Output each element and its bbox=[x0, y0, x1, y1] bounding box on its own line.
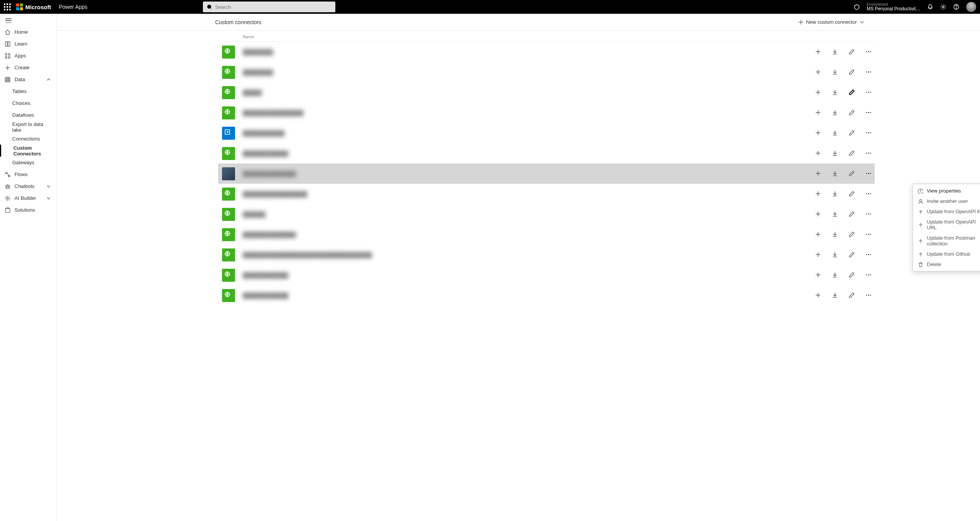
sidebar-item-tables[interactable]: Tables bbox=[0, 85, 56, 97]
connector-name[interactable]: ██████ bbox=[243, 211, 815, 217]
sidebar-item-choices[interactable]: Choices bbox=[0, 97, 56, 109]
connector-name[interactable]: ████████████ bbox=[243, 150, 815, 157]
add-button[interactable] bbox=[815, 170, 822, 177]
column-header-name[interactable]: Name bbox=[218, 31, 875, 42]
connector-row[interactable]: ███████████ bbox=[218, 123, 875, 143]
add-button[interactable] bbox=[815, 272, 822, 279]
download-button[interactable] bbox=[832, 252, 839, 258]
connector-name[interactable]: █████████████████ bbox=[243, 191, 815, 197]
more-button[interactable] bbox=[866, 231, 872, 238]
connector-name[interactable]: ████████████ bbox=[243, 292, 815, 299]
search-box[interactable] bbox=[203, 2, 335, 12]
add-button[interactable] bbox=[815, 49, 822, 56]
context-menu-view-properties[interactable]: View properties bbox=[913, 186, 980, 196]
user-avatar[interactable] bbox=[966, 2, 976, 12]
settings-icon[interactable] bbox=[940, 4, 946, 10]
context-menu-update-from-postman-collection[interactable]: Update from Postman collection bbox=[913, 233, 980, 249]
edit-button[interactable] bbox=[849, 231, 856, 238]
connector-name[interactable]: ████████ bbox=[243, 69, 815, 75]
more-button[interactable] bbox=[866, 109, 872, 116]
sidebar-item-data[interactable]: Data bbox=[0, 73, 56, 85]
download-button[interactable] bbox=[832, 191, 839, 198]
add-button[interactable] bbox=[815, 89, 822, 96]
connector-row[interactable]: ██████████████ bbox=[218, 163, 875, 184]
edit-button[interactable] bbox=[849, 211, 856, 218]
sidebar-item-gateways[interactable]: Gateways bbox=[0, 157, 56, 168]
context-menu-delete[interactable]: Delete bbox=[913, 259, 980, 269]
add-button[interactable] bbox=[815, 231, 822, 238]
environment-icon[interactable] bbox=[854, 4, 860, 10]
more-button[interactable] bbox=[866, 130, 872, 137]
notifications-icon[interactable] bbox=[927, 4, 933, 10]
connector-row[interactable]: ██████ bbox=[218, 204, 875, 224]
download-button[interactable] bbox=[832, 231, 839, 238]
add-button[interactable] bbox=[815, 211, 822, 218]
connector-row[interactable]: ████████████████ bbox=[218, 103, 875, 123]
edit-button[interactable] bbox=[849, 130, 856, 137]
connector-row[interactable]: ████████████ bbox=[218, 143, 875, 163]
add-button[interactable] bbox=[815, 69, 822, 76]
sidebar-item-create[interactable]: Create bbox=[0, 62, 56, 73]
more-button[interactable] bbox=[866, 49, 872, 56]
more-button[interactable] bbox=[866, 89, 872, 96]
connector-name[interactable]: █████ bbox=[243, 90, 815, 96]
download-button[interactable] bbox=[832, 89, 839, 96]
more-button[interactable] bbox=[866, 69, 872, 76]
add-button[interactable] bbox=[815, 150, 822, 157]
new-custom-connector-button[interactable]: New custom connector bbox=[798, 19, 865, 25]
download-button[interactable] bbox=[832, 49, 839, 56]
more-button[interactable] bbox=[866, 272, 872, 279]
connector-name[interactable]: ██████████████████████████████████ bbox=[243, 252, 815, 258]
sidebar-item-learn[interactable]: Learn bbox=[0, 38, 56, 50]
sidebar-item-solutions[interactable]: Solutions bbox=[0, 204, 56, 216]
more-button[interactable] bbox=[866, 170, 872, 177]
connector-name[interactable]: ████████████████ bbox=[243, 110, 815, 116]
microsoft-logo[interactable]: Microsoft bbox=[16, 3, 51, 10]
connector-name[interactable]: ████████ bbox=[243, 49, 815, 55]
sidebar-item-ai-builder[interactable]: AI Builder bbox=[0, 192, 56, 204]
more-button[interactable] bbox=[866, 292, 872, 299]
sidebar-item-export-to-data-lake[interactable]: Export to data lake bbox=[0, 121, 56, 133]
connector-name[interactable]: ██████████████ bbox=[243, 232, 815, 238]
search-input[interactable] bbox=[215, 4, 332, 10]
sidebar-item-chatbots[interactable]: Chatbots bbox=[0, 180, 56, 192]
edit-button[interactable] bbox=[849, 89, 856, 96]
sidebar-item-apps[interactable]: Apps bbox=[0, 50, 56, 62]
sidebar-item-dataflows[interactable]: Dataflows bbox=[0, 109, 56, 121]
add-button[interactable] bbox=[815, 130, 822, 137]
download-button[interactable] bbox=[832, 292, 839, 299]
more-button[interactable] bbox=[866, 150, 872, 157]
connector-name[interactable]: ████████████ bbox=[243, 272, 815, 278]
add-button[interactable] bbox=[815, 292, 822, 299]
connector-row[interactable]: █████ bbox=[218, 82, 875, 103]
add-button[interactable] bbox=[815, 109, 822, 116]
add-button[interactable] bbox=[815, 191, 822, 198]
more-button[interactable] bbox=[866, 252, 872, 258]
connector-row[interactable]: ████████████ bbox=[218, 285, 875, 305]
environment-selector[interactable]: Environment MS Personal Productivit… bbox=[867, 2, 920, 11]
sidebar-item-connections[interactable]: Connections bbox=[0, 133, 56, 145]
download-button[interactable] bbox=[832, 69, 839, 76]
app-name[interactable]: Power Apps bbox=[59, 4, 88, 10]
edit-button[interactable] bbox=[849, 49, 856, 56]
context-menu-update-from-openapi-file[interactable]: Update from OpenAPI file bbox=[913, 206, 980, 217]
download-button[interactable] bbox=[832, 170, 839, 177]
edit-button[interactable] bbox=[849, 109, 856, 116]
more-button[interactable] bbox=[866, 191, 872, 198]
connector-row[interactable]: ████████ bbox=[218, 62, 875, 82]
app-launcher-icon[interactable] bbox=[4, 3, 11, 10]
connector-name[interactable]: ███████████ bbox=[243, 130, 815, 136]
sidebar-item-custom-connectors[interactable]: Custom Connectors bbox=[0, 145, 56, 157]
context-menu-invite-another-user[interactable]: Invite another user bbox=[913, 196, 980, 206]
sidebar-item-flows[interactable]: Flows bbox=[0, 168, 56, 180]
connector-row[interactable]: █████████████████ bbox=[218, 184, 875, 204]
edit-button[interactable] bbox=[849, 69, 856, 76]
connector-row[interactable]: ██████████████ bbox=[218, 224, 875, 245]
connector-row[interactable]: ██████████████████████████████████ bbox=[218, 245, 875, 265]
connector-row[interactable]: ████████ bbox=[218, 42, 875, 62]
context-menu-update-from-openapi-url[interactable]: Update from OpenAPI URL bbox=[913, 217, 980, 233]
edit-button[interactable] bbox=[849, 272, 856, 279]
context-menu-update-from-github[interactable]: Update from Github bbox=[913, 249, 980, 259]
edit-button[interactable] bbox=[849, 252, 856, 258]
edit-button[interactable] bbox=[849, 170, 856, 177]
